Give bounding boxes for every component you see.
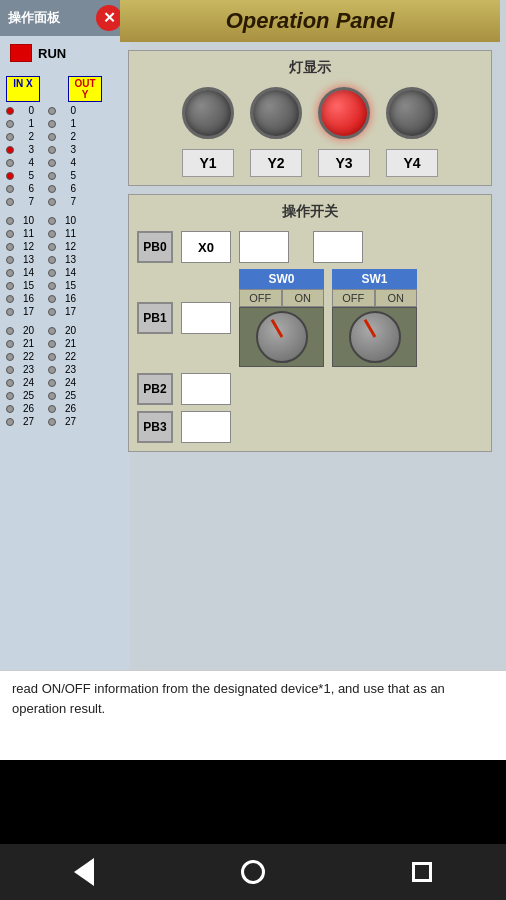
sw0-block: SW0 OFF ON	[239, 269, 324, 367]
io-row: 1 1	[2, 117, 128, 130]
io-row: 21 21	[2, 337, 128, 350]
sw1-label: SW1	[332, 269, 417, 289]
pb3-button[interactable]: PB3	[137, 411, 173, 443]
io-out-num: 12	[58, 241, 76, 252]
io-in-num: 0	[16, 105, 34, 116]
lamp-label-y4: Y4	[386, 149, 438, 177]
back-icon	[74, 858, 94, 886]
io-row: 6 6	[2, 182, 128, 195]
io-out-num: 25	[58, 390, 76, 401]
lamp-section-title: 灯显示	[137, 59, 483, 77]
sw1-off-on: OFF ON	[332, 289, 417, 307]
lamp-y3[interactable]	[318, 87, 370, 139]
io-in-num: 11	[16, 228, 34, 239]
sw1-block: SW1 OFF ON	[332, 269, 417, 367]
io-out-num: 23	[58, 364, 76, 375]
io-in-led	[6, 295, 14, 303]
pb3-input[interactable]	[181, 411, 231, 443]
io-in-num: 13	[16, 254, 34, 265]
io-out-num: 21	[58, 338, 76, 349]
io-out-led	[48, 256, 56, 264]
io-in-led	[6, 243, 14, 251]
io-in-header: IN X	[6, 76, 40, 102]
io-in-led	[6, 159, 14, 167]
io-in-num: 16	[16, 293, 34, 304]
nav-back-button[interactable]	[59, 852, 109, 892]
bottom-text-area: read ON/OFF information from the designa…	[0, 670, 506, 760]
operation-panel-container: Operation Panel 灯显示 Y1 Y2 Y3 Y4 操作开关	[120, 0, 500, 460]
io-in-num: 22	[16, 351, 34, 362]
pb0-input[interactable]: X0	[181, 231, 231, 263]
sw0-off-btn[interactable]: OFF	[239, 289, 282, 307]
io-in-led	[6, 198, 14, 206]
io-out-led	[48, 379, 56, 387]
io-in-led	[6, 133, 14, 141]
sw0-on-btn[interactable]: ON	[282, 289, 325, 307]
lamps-row	[137, 87, 483, 139]
io-row: 7 7	[2, 195, 128, 208]
lamp-y1[interactable]	[182, 87, 234, 139]
sw0-label: SW0	[239, 269, 324, 289]
op-panel-title: Operation Panel	[120, 0, 500, 42]
pb2-button[interactable]: PB2	[137, 373, 173, 405]
io-out-led	[48, 198, 56, 206]
sw1-off-btn[interactable]: OFF	[332, 289, 375, 307]
io-in-num: 2	[16, 131, 34, 142]
io-row: 15 15	[2, 279, 128, 292]
io-in-num: 5	[16, 170, 34, 181]
io-out-num: 14	[58, 267, 76, 278]
io-out-num: 16	[58, 293, 76, 304]
io-row: 14 14	[2, 266, 128, 279]
io-out-led	[48, 120, 56, 128]
sw1-on-btn[interactable]: ON	[375, 289, 418, 307]
bottom-text-content: read ON/OFF information from the designa…	[12, 681, 445, 716]
io-in-led	[6, 366, 14, 374]
pb-rows: PB0 X0 PB1 SW0 OFF ON	[137, 231, 483, 443]
io-in-led	[6, 353, 14, 361]
io-out-led	[48, 172, 56, 180]
nav-recents-button[interactable]	[397, 852, 447, 892]
io-in-led	[6, 185, 14, 193]
pb1-row: PB1 SW0 OFF ON	[137, 269, 483, 367]
pb2-input[interactable]	[181, 373, 231, 405]
io-row: 11 11	[2, 227, 128, 240]
io-out-led	[48, 340, 56, 348]
io-out-led	[48, 308, 56, 316]
lamp-label-y3: Y3	[318, 149, 370, 177]
pb0-button[interactable]: PB0	[137, 231, 173, 263]
io-in-led	[6, 172, 14, 180]
io-out-num: 7	[58, 196, 76, 207]
pb1-input[interactable]	[181, 302, 231, 334]
sw0-knob[interactable]	[239, 307, 324, 367]
lamp-y2[interactable]	[250, 87, 302, 139]
nav-home-button[interactable]	[228, 852, 278, 892]
io-row: 24 24	[2, 376, 128, 389]
io-row: 27 27	[2, 415, 128, 428]
lamp-y4[interactable]	[386, 87, 438, 139]
pb0-extra1[interactable]	[239, 231, 289, 263]
io-out-led	[48, 295, 56, 303]
sw1-knob-circle	[349, 311, 401, 363]
io-row: 22 22	[2, 350, 128, 363]
sw1-knob[interactable]	[332, 307, 417, 367]
io-out-led	[48, 185, 56, 193]
io-row: 12 12	[2, 240, 128, 253]
pb1-button[interactable]: PB1	[137, 302, 173, 334]
io-out-led	[48, 133, 56, 141]
io-out-num: 17	[58, 306, 76, 317]
run-led	[10, 44, 32, 62]
io-in-led	[6, 282, 14, 290]
io-out-led	[48, 405, 56, 413]
pb0-extra2[interactable]	[313, 231, 363, 263]
sw0-knob-indicator	[270, 319, 283, 338]
io-out-led	[48, 243, 56, 251]
io-out-num: 26	[58, 403, 76, 414]
io-out-led	[48, 418, 56, 426]
io-out-num: 20	[58, 325, 76, 336]
op-panel-title-text: Operation Panel	[226, 8, 395, 34]
io-out-num: 0	[58, 105, 76, 116]
panel-close-button[interactable]: ✕	[96, 5, 122, 31]
run-label: RUN	[38, 46, 66, 61]
app-window: 操作面板 ✕ RUN IN X OUT Y 0 0 1 1	[0, 0, 506, 760]
io-panel: 操作面板 ✕ RUN IN X OUT Y 0 0 1 1	[0, 0, 130, 760]
